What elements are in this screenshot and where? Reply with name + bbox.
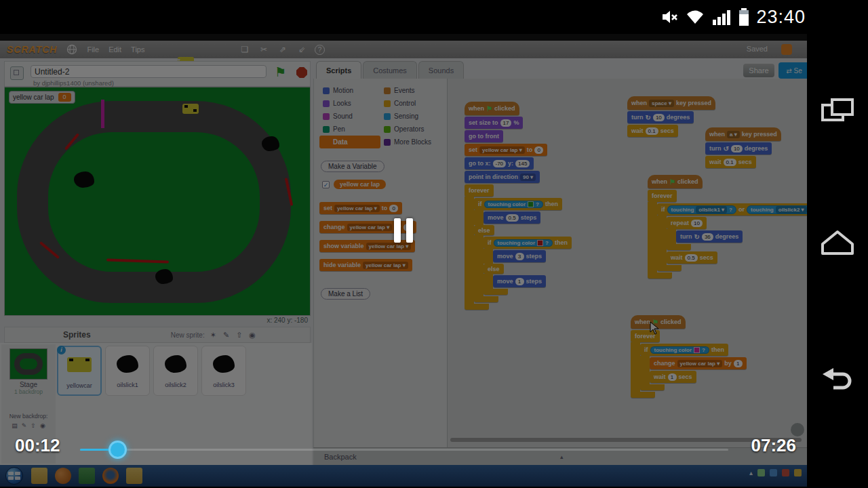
recents-button[interactable] — [818, 97, 856, 127]
mute-icon — [660, 7, 679, 26]
video-player[interactable]: SCRATCH File ▾ Edit ▾ Tips ❏✂⇗⇙? — [0, 34, 807, 488]
battery-icon — [738, 7, 750, 26]
clock: 23:40 — [756, 7, 806, 28]
android-screen: 23:40 SCRATCH — [0, 0, 868, 488]
seek-progress — [80, 449, 111, 451]
wifi-icon — [685, 8, 705, 26]
elapsed-time: 00:12 — [15, 435, 60, 456]
pause-bar-icon — [394, 218, 401, 243]
seek-handle[interactable] — [108, 441, 127, 459]
home-button[interactable] — [818, 229, 856, 259]
player-controls: 00:12 07:26 — [0, 34, 807, 488]
total-duration: 07:26 — [751, 435, 797, 456]
pause-bar-icon — [406, 218, 413, 243]
android-status-bar: 23:40 — [0, 0, 868, 34]
seek-bar[interactable] — [80, 449, 728, 451]
android-nav-bar — [807, 34, 868, 488]
back-button[interactable] — [818, 366, 856, 399]
pause-indicator[interactable] — [394, 218, 413, 243]
signal-icon — [711, 8, 732, 26]
